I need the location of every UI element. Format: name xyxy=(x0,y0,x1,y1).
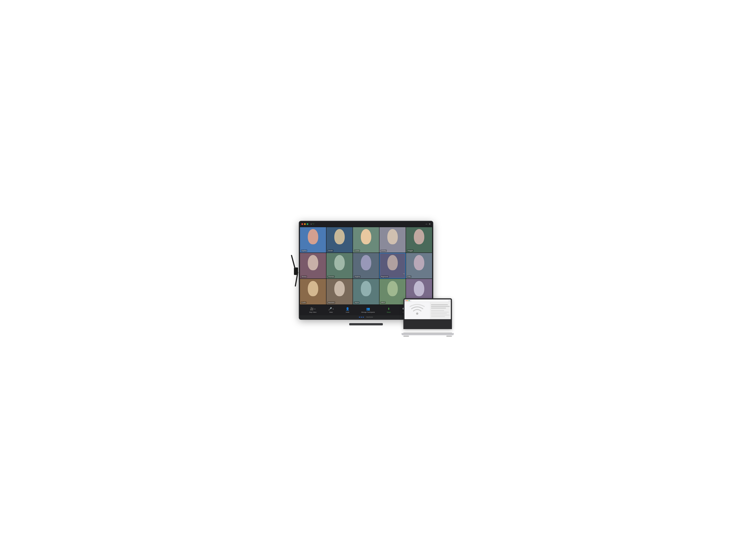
stop-video-label: Stop Video xyxy=(309,311,316,313)
laptop-screen-housing xyxy=(403,298,452,329)
maximize-button[interactable] xyxy=(307,223,308,225)
brand-label: ViewSonic xyxy=(366,316,373,318)
invite-label: Invite xyxy=(346,311,350,313)
video-cell-virginia: Virginia xyxy=(353,253,379,278)
led-2 xyxy=(361,317,362,318)
video-cell-dexter: Dexter xyxy=(327,227,353,253)
titlebar: ℹ 🛡 ⤢ ⚙ xyxy=(300,221,433,227)
participant-name-curtis: Curtis xyxy=(301,301,306,304)
mic-icon-active: 🎤 xyxy=(403,273,405,275)
text-line-5 xyxy=(431,312,449,313)
led-3 xyxy=(363,317,364,318)
manage-label: Manage Participants xyxy=(361,311,375,313)
participant-name-thomas: Thomas xyxy=(327,275,335,278)
participant-name-kitty: Kitty xyxy=(407,275,411,278)
laptop-main xyxy=(405,302,430,319)
expand-icon[interactable]: ⤢ xyxy=(425,223,428,226)
toolbar-item-stop-video[interactable]: 🎥▲Stop Video xyxy=(309,307,316,313)
text-line-4 xyxy=(431,310,444,311)
participant-name-shirley: Shirley xyxy=(380,249,387,252)
laptop-url-bar xyxy=(411,300,448,301)
toolbar-item-manage[interactable]: 👥Manage Participants xyxy=(361,307,375,313)
antennas xyxy=(295,255,296,287)
video-cell-shirley: Shirley xyxy=(380,227,406,253)
video-cell-maggie: Maggie xyxy=(406,227,432,253)
participant-name-virginia: Virginia xyxy=(354,275,361,278)
participant-name-teresa: Teresa xyxy=(301,275,307,278)
mute-chevron-icon: ▲ xyxy=(332,308,334,310)
stop-video-icon: 🎥 xyxy=(310,307,314,311)
participant-name-mitch: Mitch xyxy=(380,301,386,304)
video-cell-kitty: Kitty xyxy=(406,253,432,278)
participant-name-raymond: Raymond xyxy=(380,275,389,278)
participant-name-sophia: Sophia xyxy=(301,249,307,252)
laptop-dot-3 xyxy=(409,300,410,301)
video-cell-joyce: Joyce xyxy=(353,279,379,304)
scene: ℹ 🛡 ⤢ ⚙ SophiaDexterLouiseShirleyMaggieT… xyxy=(289,217,458,343)
text-line-7 xyxy=(431,315,450,316)
close-button[interactable] xyxy=(302,223,303,225)
laptop-base xyxy=(402,333,454,335)
share-icon: ⬆ xyxy=(387,307,390,311)
laptop xyxy=(402,298,454,338)
toolbar-item-invite[interactable]: 👤Invite xyxy=(346,307,350,313)
wifi-large-icon xyxy=(410,304,425,317)
toolbar-item-mute[interactable]: 🎤▲Mute xyxy=(328,307,334,313)
text-line-3 xyxy=(431,308,446,309)
participant-name-dexter: Dexter xyxy=(327,249,334,252)
stop-video-chevron-icon: ▲ xyxy=(314,308,316,310)
video-cell-sophia: Sophia xyxy=(300,227,326,253)
settings-icon[interactable]: ⚙ xyxy=(429,223,431,225)
video-cell-teresa: Teresa xyxy=(300,253,326,278)
svg-point-0 xyxy=(416,313,418,315)
toolbar-item-share[interactable]: ⬆Share xyxy=(387,307,391,313)
video-cell-louise: Louise xyxy=(353,227,379,253)
text-line-8 xyxy=(431,316,445,317)
laptop-dot-1 xyxy=(406,300,407,301)
share-label: Share xyxy=(387,311,391,313)
video-cell-maureen: Maureen xyxy=(327,279,353,304)
video-cell-thomas: Thomas xyxy=(327,253,353,278)
mute-label: Mute xyxy=(329,311,333,313)
video-cell-curtis: Curtis xyxy=(300,279,326,304)
titlebar-right-icons: ⤢ ⚙ xyxy=(426,223,431,225)
participant-name-joyce: Joyce xyxy=(354,301,360,304)
laptop-right-panel xyxy=(430,302,451,319)
invite-icon: 👤 xyxy=(346,307,350,311)
laptop-content-area xyxy=(405,302,451,319)
monitor-stand xyxy=(349,323,383,325)
video-grid: SophiaDexterLouiseShirleyMaggieTeresaTho… xyxy=(300,227,433,305)
text-line-6 xyxy=(431,313,447,314)
shield-icon: 🛡 xyxy=(312,223,314,225)
minimize-button[interactable] xyxy=(304,223,306,225)
text-line-1 xyxy=(431,304,448,305)
video-cell-raymond: Raymond🎤 xyxy=(380,253,406,278)
laptop-foot-left xyxy=(403,336,409,337)
antenna-1 xyxy=(291,255,296,269)
participant-name-louise: Louise xyxy=(354,249,360,252)
laptop-dot-2 xyxy=(407,300,408,301)
mute-icon: 🎤 xyxy=(328,307,332,311)
participant-name-maureen: Maureen xyxy=(327,301,335,304)
laptop-titlebar xyxy=(405,299,451,302)
info-icon: ℹ xyxy=(311,223,311,225)
titlebar-dots: ℹ 🛡 xyxy=(302,223,314,225)
manage-icon: 👥 xyxy=(366,307,370,311)
laptop-foot-right xyxy=(446,336,452,337)
led-1 xyxy=(359,317,360,318)
participant-name-maggie: Maggie xyxy=(407,249,414,252)
text-line-2 xyxy=(431,306,450,307)
